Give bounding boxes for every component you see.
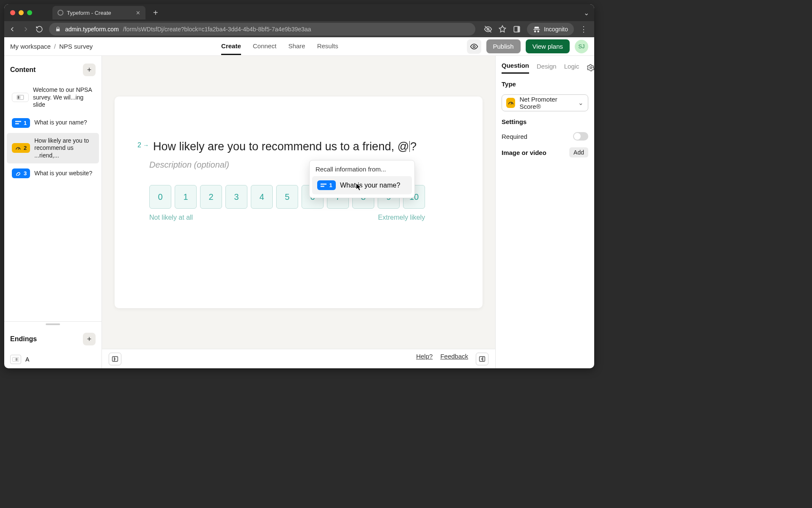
- tracking-off-icon[interactable]: [484, 25, 492, 33]
- lock-icon: [55, 26, 61, 32]
- nps-option-2[interactable]: 2: [200, 185, 222, 209]
- window-minimize-button[interactable]: [19, 10, 24, 15]
- panel-settings-button[interactable]: [587, 64, 594, 72]
- sidebar-item-label: Welcome to our NPSA survey. We wil...ing…: [33, 86, 94, 109]
- media-label: Image or video: [502, 149, 546, 156]
- sidebar-item-label: What is your website?: [34, 170, 94, 177]
- short-text-icon: 1: [12, 118, 30, 128]
- sidebar-item-label: How likely are you to recommend us ...ri…: [34, 137, 94, 160]
- canvas-footer: Help? Feedback: [102, 349, 495, 368]
- add-ending-button[interactable]: +: [83, 333, 96, 345]
- svg-rect-7: [15, 121, 21, 122]
- nav-reload-button[interactable]: [36, 25, 43, 33]
- text-caret: [409, 141, 410, 152]
- panel-tab-design[interactable]: Design: [537, 63, 557, 73]
- short-text-icon: 1: [317, 180, 336, 190]
- svg-rect-2: [518, 26, 520, 32]
- add-media-button[interactable]: Add: [569, 147, 588, 157]
- window-maximize-button[interactable]: [27, 10, 32, 15]
- recall-popup-title: Recall information from...: [310, 160, 414, 176]
- help-link[interactable]: Help?: [416, 353, 433, 365]
- tab-results[interactable]: Results: [317, 38, 338, 55]
- type-label: Type: [502, 80, 588, 88]
- sidebar-item-welcome[interactable]: Welcome to our NPSA survey. We wil...ing…: [7, 82, 99, 113]
- welcome-slide-icon: [12, 93, 29, 102]
- sidebar-content-heading: Content: [10, 66, 36, 74]
- panel-tab-logic[interactable]: Logic: [564, 63, 579, 73]
- nps-option-5[interactable]: 5: [276, 185, 298, 209]
- sidebar-item-question-3[interactable]: 3 What is your website?: [7, 164, 99, 182]
- svg-rect-5: [18, 96, 19, 99]
- recall-option-text: What is your name?: [340, 182, 400, 189]
- publish-button[interactable]: Publish: [486, 39, 521, 53]
- sidebar-endings-heading: Endings: [10, 335, 37, 343]
- app-tabs: Create Connect Share Results: [221, 38, 338, 55]
- svg-rect-11: [15, 358, 16, 361]
- collapse-left-panel-button[interactable]: [109, 353, 121, 365]
- eye-icon: [470, 42, 478, 51]
- nav-forward-button[interactable]: [22, 25, 30, 33]
- avatar[interactable]: SJ: [575, 40, 588, 53]
- breadcrumb-workspace[interactable]: My workspace: [10, 43, 51, 50]
- tab-create[interactable]: Create: [221, 38, 241, 55]
- required-toggle[interactable]: [573, 132, 588, 141]
- svg-rect-10: [16, 358, 17, 361]
- nps-option-3[interactable]: 3: [225, 185, 247, 209]
- feedback-link[interactable]: Feedback: [440, 353, 468, 365]
- window-traffic-lights: [10, 10, 32, 15]
- browser-menu-button[interactable]: ⋮: [580, 25, 587, 34]
- url-path: /form/sWDtsfDj/create?block=c1fa2ba4-3dd…: [123, 26, 311, 33]
- question-title-text-post: ?: [410, 140, 417, 153]
- window-close-button[interactable]: [10, 10, 15, 15]
- browser-tab[interactable]: Typeform - Create ✕: [52, 6, 145, 19]
- extensions-icon[interactable]: [513, 25, 521, 33]
- breadcrumb: My workspace / NPS survey: [10, 43, 93, 50]
- preview-button[interactable]: [467, 39, 481, 54]
- address-bar[interactable]: admin.typeform.com/form/sWDtsfDj/create?…: [49, 23, 475, 36]
- tab-connect[interactable]: Connect: [253, 38, 277, 55]
- new-tab-button[interactable]: +: [153, 8, 158, 18]
- url-host: admin.typeform.com: [65, 26, 119, 33]
- nps-label-left: Not likely at all: [149, 214, 193, 221]
- breadcrumb-separator: /: [54, 43, 56, 50]
- svg-rect-12: [321, 183, 326, 185]
- tab-title: Typeform - Create: [67, 10, 111, 16]
- question-number-badge: 3: [24, 170, 27, 177]
- sidebar-item-ending-a[interactable]: A: [4, 351, 102, 368]
- question-type-value: Net Promoter Score®: [519, 96, 574, 110]
- collapse-right-panel-button[interactable]: [476, 353, 488, 365]
- incognito-label: Incognito: [544, 26, 568, 33]
- view-plans-button[interactable]: View plans: [526, 39, 570, 53]
- editor-canvas: 2→ How likely are you to recommend us to…: [102, 56, 495, 368]
- question-number: 2→: [137, 139, 149, 149]
- question-number-badge: 1: [24, 120, 27, 126]
- svg-point-3: [473, 45, 475, 47]
- nps-option-4[interactable]: 4: [251, 185, 273, 209]
- tab-loading-icon: [58, 10, 63, 16]
- panel-tab-question[interactable]: Question: [502, 62, 529, 74]
- incognito-badge[interactable]: Incognito: [527, 23, 574, 36]
- nps-icon: 2: [12, 143, 30, 153]
- nps-option-1[interactable]: 1: [175, 185, 197, 209]
- sidebar-item-question-2[interactable]: 2 How likely are you to recommend us ...…: [7, 133, 99, 164]
- arrow-right-icon: →: [143, 142, 149, 149]
- sidebar-item-question-1[interactable]: 1 What is your name?: [7, 114, 99, 132]
- nav-back-button[interactable]: [8, 25, 16, 33]
- gear-icon: [587, 64, 594, 72]
- browser-tabstrip: Typeform - Create ✕ + ⌄: [4, 4, 594, 21]
- nps-icon: [506, 98, 515, 108]
- question-type-select[interactable]: Net Promoter Score® ⌄: [502, 94, 588, 111]
- tab-overflow-chevron-icon[interactable]: ⌄: [584, 9, 594, 17]
- tab-close-button[interactable]: ✕: [136, 10, 140, 16]
- ending-label: A: [25, 356, 29, 363]
- mouse-cursor-icon: [356, 183, 362, 191]
- question-card[interactable]: 2→ How likely are you to recommend us to…: [115, 97, 483, 308]
- tab-share[interactable]: Share: [288, 38, 305, 55]
- add-question-button[interactable]: +: [83, 64, 96, 76]
- question-title-input[interactable]: How likely are you to recommend us to a …: [153, 139, 417, 154]
- bookmark-star-icon[interactable]: [498, 25, 507, 33]
- svg-rect-8: [15, 123, 19, 124]
- nps-option-0[interactable]: 0: [149, 185, 171, 209]
- breadcrumb-form-name[interactable]: NPS survey: [59, 43, 93, 50]
- question-number-badge: 2: [24, 145, 27, 151]
